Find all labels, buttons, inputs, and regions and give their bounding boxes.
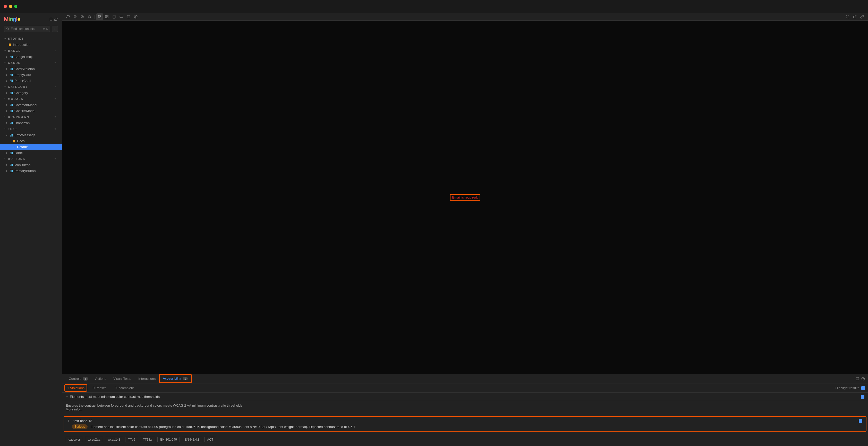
tab-controls[interactable]: Controls1 (65, 375, 92, 383)
outline-button[interactable] (125, 13, 132, 20)
tab-actions[interactable]: Actions (92, 375, 110, 383)
zoom-out-button[interactable] (79, 13, 86, 20)
background-button[interactable] (96, 13, 103, 20)
a11y-subtabs: 1 Violations0 Passes0 Incomplete Highlig… (62, 383, 868, 393)
tree-item[interactable]: Category (0, 90, 62, 96)
highlight-label: Highlight results (836, 386, 860, 390)
tab-accessibility[interactable]: Accessibility1 (159, 374, 191, 383)
bookmark-icon[interactable] (49, 18, 53, 21)
search-placeholder: Find components (11, 27, 34, 31)
zoom-reset-button[interactable] (86, 13, 93, 20)
svg-rect-40 (10, 152, 11, 153)
refresh-icon[interactable] (54, 18, 58, 21)
grid-button[interactable] (103, 13, 110, 20)
svg-rect-66 (107, 17, 108, 18)
tree-item[interactable]: PrimaryButton (0, 168, 62, 174)
tree-item[interactable]: PaperCard (0, 78, 62, 84)
tab-interactions[interactable]: Interactions (135, 375, 159, 383)
subtab[interactable]: 1 Violations (65, 385, 87, 391)
tree-item[interactable]: BadgeEmoji (0, 54, 62, 60)
svg-rect-8 (11, 68, 12, 69)
section-header[interactable]: CARDS (0, 60, 62, 66)
svg-rect-67 (113, 15, 115, 18)
traffic-lights (4, 5, 17, 8)
search-kbd: ⌘ K (42, 27, 48, 31)
titlebar (0, 0, 868, 13)
tree-item[interactable]: Introduction (0, 42, 62, 47)
svg-rect-65 (105, 17, 106, 18)
component-tree: STORIESIntroductionBADGEBadgeEmojiCARDSC… (0, 34, 62, 175)
tree-item-child[interactable]: Default (0, 144, 62, 150)
search-input[interactable]: Find components ⌘ K (4, 26, 50, 32)
viewport-button[interactable] (111, 13, 118, 20)
tree-item[interactable]: ConfirmModal (0, 108, 62, 114)
svg-rect-4 (11, 56, 12, 57)
svg-rect-43 (11, 153, 12, 154)
detail-checkbox[interactable] (859, 419, 862, 423)
section-header[interactable]: DROPDOWN (0, 114, 62, 120)
sidebar: Mingle Find components ⌘ K + STORIESIntr… (0, 13, 62, 446)
highlight-checkbox[interactable] (861, 386, 865, 390)
tree-item[interactable]: ErrorMessage (0, 132, 62, 138)
more-info-link[interactable]: More info... (66, 407, 864, 411)
tree-item[interactable]: Dropdown (0, 120, 62, 126)
app-logo: Mingle (4, 16, 20, 23)
error-message: Email is required. (450, 194, 480, 200)
tab-visual-tests[interactable]: Visual Tests (110, 375, 135, 383)
tag: TT13.c (140, 437, 155, 442)
violation-header[interactable]: Elements must meet minimum color contras… (62, 393, 868, 401)
svg-rect-25 (10, 105, 11, 106)
svg-rect-18 (11, 81, 12, 82)
tree-item[interactable]: EmptyCard (0, 72, 62, 78)
svg-rect-26 (11, 105, 12, 106)
link-button[interactable] (859, 13, 865, 20)
tag: ACT (204, 437, 216, 442)
fullscreen-button[interactable] (844, 13, 851, 20)
svg-rect-17 (10, 81, 11, 82)
highlight-toggle[interactable]: Highlight results (836, 386, 865, 390)
tree-item-child[interactable]: Docs (0, 138, 62, 144)
close-window[interactable] (4, 5, 7, 8)
section-header[interactable]: TEXT (0, 126, 62, 132)
measure-button[interactable] (118, 13, 125, 20)
svg-rect-50 (10, 171, 11, 172)
sync-button[interactable] (65, 13, 71, 20)
section-header[interactable]: STORIES (0, 35, 62, 42)
subtab[interactable]: 0 Passes (91, 385, 108, 391)
svg-rect-16 (11, 79, 12, 81)
svg-rect-37 (10, 135, 11, 136)
add-button[interactable]: + (52, 26, 58, 32)
panel-position-icon[interactable] (856, 377, 859, 381)
a11y-button[interactable] (132, 13, 139, 20)
subtab[interactable]: 0 Incomplete (113, 385, 136, 391)
tag: TTv5 (125, 437, 138, 442)
close-panel-icon[interactable] (861, 377, 865, 381)
maximize-window[interactable] (14, 5, 17, 8)
tree-item[interactable]: CommonModal (0, 102, 62, 108)
section-header[interactable]: MODALS (0, 96, 62, 102)
tree-item[interactable]: IconButton (0, 162, 62, 168)
section-header[interactable]: BUTTONS (0, 156, 62, 162)
svg-rect-10 (11, 69, 12, 70)
tag: cat.color (66, 437, 83, 442)
open-button[interactable] (851, 13, 858, 20)
section-header[interactable]: CATEGORY (0, 84, 62, 90)
svg-rect-3 (10, 56, 11, 57)
severity-text: Element has insufficient color contrast … (91, 425, 355, 429)
chevron-down-icon (66, 395, 68, 398)
section-header[interactable]: BADGE (0, 47, 62, 54)
minimize-window[interactable] (9, 5, 12, 8)
svg-rect-13 (10, 75, 11, 76)
zoom-in-button[interactable] (72, 13, 79, 20)
violation-title: Elements must meet minimum color contras… (70, 395, 160, 399)
tree-item[interactable]: CardSkeleton (0, 66, 62, 72)
tree-item[interactable]: Label (0, 150, 62, 156)
severity-badge: Serious (72, 424, 88, 429)
violation-checkbox[interactable] (861, 395, 864, 399)
svg-rect-34 (11, 123, 12, 124)
svg-rect-23 (10, 104, 11, 105)
svg-rect-22 (11, 93, 12, 94)
svg-line-60 (90, 17, 91, 18)
svg-point-59 (88, 15, 91, 18)
svg-rect-32 (11, 122, 12, 123)
